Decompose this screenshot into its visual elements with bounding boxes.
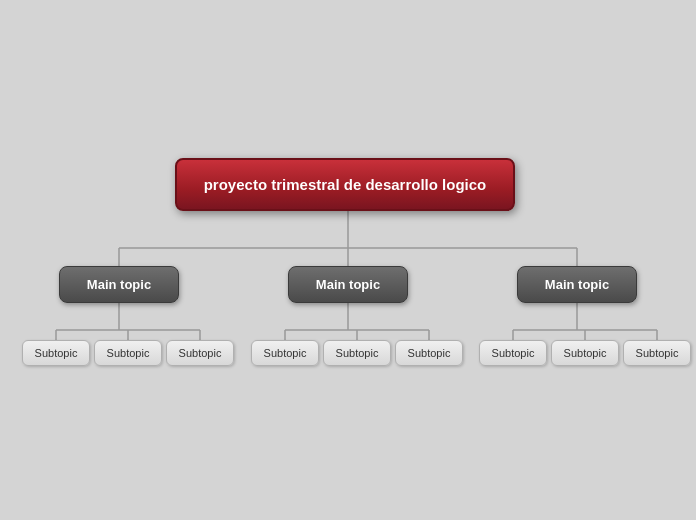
canvas: proyecto trimestral de desarrollo logico…: [0, 0, 696, 520]
subtopic-2a[interactable]: Subtopic: [251, 340, 319, 366]
main-topic-1[interactable]: Main topic: [59, 266, 179, 303]
subtopic-1b[interactable]: Subtopic: [94, 340, 162, 366]
connector-lines: [0, 0, 696, 520]
subtopic-2c[interactable]: Subtopic: [395, 340, 463, 366]
subtopic-2b[interactable]: Subtopic: [323, 340, 391, 366]
subtopic-3b[interactable]: Subtopic: [551, 340, 619, 366]
subtopic-3a[interactable]: Subtopic: [479, 340, 547, 366]
subtopic-1c[interactable]: Subtopic: [166, 340, 234, 366]
subtopic-1a[interactable]: Subtopic: [22, 340, 90, 366]
main-topic-3[interactable]: Main topic: [517, 266, 637, 303]
subtopic-3c[interactable]: Subtopic: [623, 340, 691, 366]
main-topic-2[interactable]: Main topic: [288, 266, 408, 303]
root-node[interactable]: proyecto trimestral de desarrollo logico: [175, 158, 515, 211]
